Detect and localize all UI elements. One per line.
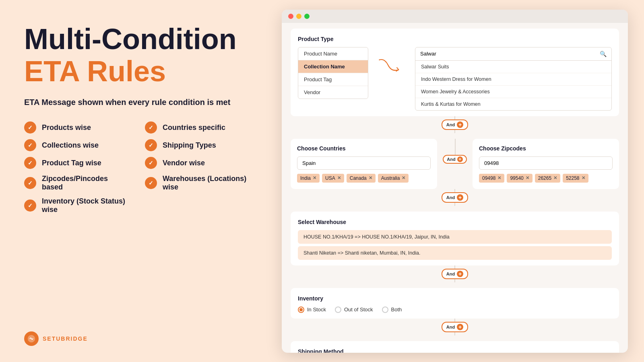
zipcode-tag[interactable]: 09498✕ xyxy=(479,174,504,183)
and-label-5: And xyxy=(446,325,455,329)
feature-item: Product Tag wise xyxy=(24,157,129,169)
dropdown-item[interactable]: Kurtis & Kurtas for Women xyxy=(415,98,611,110)
countries-input[interactable] xyxy=(297,156,431,170)
and-badge-5[interactable]: And + xyxy=(442,322,468,332)
and-connector-4: And + xyxy=(291,265,619,282)
and-label-4: And xyxy=(446,272,455,276)
salwar-search-input[interactable] xyxy=(420,51,597,57)
countries-tags-row: India✕USA✕Canada✕Australia✕ xyxy=(297,174,431,183)
and-connector-3: And + xyxy=(291,189,619,206)
and-label-1: And xyxy=(446,122,455,127)
tag-label: 26265 xyxy=(538,175,551,181)
tag-label: 52258 xyxy=(566,175,579,181)
feature-item: Products wise xyxy=(24,121,129,134)
tag-remove[interactable]: ✕ xyxy=(337,175,341,181)
countries-card: Choose Countries India✕USA✕Canada✕Austra… xyxy=(291,139,437,189)
brand-logo xyxy=(24,331,39,346)
tag-label: Canada xyxy=(350,175,367,181)
and-badge-1[interactable]: And + xyxy=(442,119,468,130)
dropdown-item[interactable]: Women Jewelry & Accessories xyxy=(415,86,611,98)
zipcode-tag[interactable]: 99540✕ xyxy=(507,174,532,183)
feature-label: Countries specific xyxy=(163,123,225,132)
minimize-dot[interactable] xyxy=(296,14,301,19)
shipping-title: Shipping Method xyxy=(298,348,612,353)
country-tag[interactable]: India✕ xyxy=(297,174,320,183)
radio-circle xyxy=(298,306,304,313)
country-tag[interactable]: USA✕ xyxy=(322,174,344,183)
tag-remove[interactable]: ✕ xyxy=(369,175,372,181)
warehouse-item: HOUSE NO.1/KHA/19 => HOUSE NO.1/KHA/19, … xyxy=(298,230,612,244)
radio-circle xyxy=(335,306,341,313)
title-line2: ETA Rules xyxy=(24,56,250,87)
main-heading: Multi-Condition ETA Rules xyxy=(24,24,250,86)
dropdown-item[interactable]: Indo Western Dress for Women xyxy=(415,73,611,86)
dropdown-item[interactable]: Salwar Suits xyxy=(415,61,611,73)
shipping-card: Shipping Method Express ShippingStandard… xyxy=(291,341,619,353)
country-tag[interactable]: Australia✕ xyxy=(378,174,409,183)
maximize-dot[interactable] xyxy=(304,14,310,19)
zipcodes-input[interactable] xyxy=(479,156,613,170)
radio-circle xyxy=(382,306,388,313)
and-plus-5[interactable]: + xyxy=(457,324,463,330)
check-icon xyxy=(24,121,36,134)
country-tag[interactable]: Canada✕ xyxy=(347,174,376,183)
feature-label: Collections wise xyxy=(42,141,99,150)
tag-remove[interactable]: ✕ xyxy=(582,175,585,181)
and-connector-inline: And + xyxy=(443,139,467,164)
and-inline-badge[interactable]: And + xyxy=(443,155,466,164)
product-type-row: Product NameCollection NameProduct TagVe… xyxy=(298,47,612,111)
tag-remove[interactable]: ✕ xyxy=(497,175,501,181)
feature-label: Vendor wise xyxy=(163,159,205,167)
tag-remove[interactable]: ✕ xyxy=(313,175,316,181)
check-icon xyxy=(24,139,36,151)
subtitle: ETA Message shown when every rule condit… xyxy=(24,98,250,107)
check-icon xyxy=(145,139,157,151)
zipcode-tag[interactable]: 26265✕ xyxy=(535,174,560,183)
tag-remove[interactable]: ✕ xyxy=(553,175,557,181)
inventory-option[interactable]: Out of Stock xyxy=(335,306,373,313)
inventory-radio-row: In Stock Out of Stock Both xyxy=(298,306,612,313)
brand-footer: SETUBRIDGE xyxy=(24,331,250,346)
product-type-item[interactable]: Vendor xyxy=(298,86,368,99)
inventory-card: Inventory In Stock Out of Stock Both xyxy=(291,288,619,319)
tag-label: 99540 xyxy=(510,175,523,181)
product-type-item[interactable]: Product Tag xyxy=(298,73,368,86)
check-icon xyxy=(24,200,36,212)
zipcodes-tags-row: 09498✕99540✕26265✕52258✕ xyxy=(479,174,613,183)
feature-item: Vendor wise xyxy=(145,157,250,169)
radio-label-text: Out of Stock xyxy=(344,306,373,313)
check-icon xyxy=(24,177,36,189)
and-connector-1: And + xyxy=(291,116,619,133)
feature-label: Shipping Types xyxy=(163,141,216,150)
product-type-item[interactable]: Collection Name xyxy=(298,60,368,73)
inventory-option[interactable]: Both xyxy=(382,306,402,313)
feature-item: Shipping Types xyxy=(145,139,250,151)
and-inline-plus[interactable]: + xyxy=(457,156,463,162)
tag-remove[interactable]: ✕ xyxy=(526,175,529,181)
close-dot[interactable] xyxy=(288,14,293,19)
and-plus-3[interactable]: + xyxy=(457,194,463,201)
browser-content: Product Type Product NameCollection Name… xyxy=(282,23,628,353)
and-badge-3[interactable]: And + xyxy=(442,192,468,203)
feature-item: Warehouses (Locations) wise xyxy=(145,175,250,191)
tag-label: 09498 xyxy=(482,175,495,181)
and-plus-1[interactable]: + xyxy=(457,121,463,128)
right-panel: Product Type Product NameCollection Name… xyxy=(274,0,644,362)
tag-remove[interactable]: ✕ xyxy=(402,175,405,181)
search-input-row: 🔍 xyxy=(415,47,611,61)
two-col-row: Choose Countries India✕USA✕Canada✕Austra… xyxy=(291,139,619,189)
tag-label: USA xyxy=(325,175,335,181)
and-plus-4[interactable]: + xyxy=(457,271,463,277)
feature-item: Zipcodes/Pincodes based xyxy=(24,175,129,191)
brand-name: SETUBRIDGE xyxy=(43,335,88,342)
and-label-3: And xyxy=(446,195,455,200)
feature-label: Product Tag wise xyxy=(42,159,101,167)
inventory-option[interactable]: In Stock xyxy=(298,306,326,313)
product-type-item[interactable]: Product Name xyxy=(298,47,368,60)
check-icon xyxy=(145,177,157,189)
and-badge-4[interactable]: And + xyxy=(442,269,468,279)
warehouse-title: Select Warehouse xyxy=(298,219,612,225)
zipcode-tag[interactable]: 52258✕ xyxy=(563,174,588,183)
check-icon xyxy=(24,157,36,169)
warehouse-card: Select Warehouse HOUSE NO.1/KHA/19 => HO… xyxy=(291,212,619,265)
